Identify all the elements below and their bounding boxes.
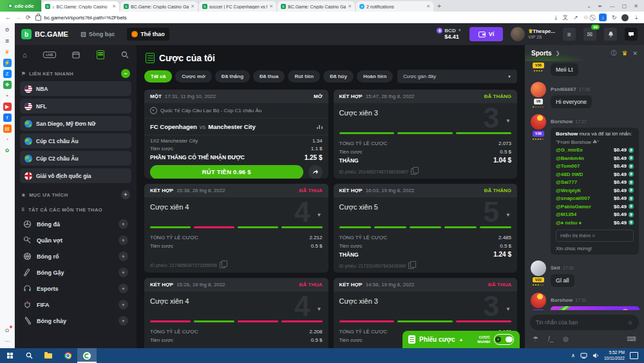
filter-pill[interactable]: Cược mở [175,70,212,83]
reader-icon[interactable]: ≣ [3,37,12,45]
recipient-name[interactable]: @Tom007 [556,163,580,169]
currency-selector[interactable]: ¢ BCD ▼ $4.41 [437,28,461,41]
recipient-name[interactable]: @48D 0WD [556,172,583,177]
sport-item-tennis[interactable]: Quần vợt+ [20,232,131,248]
quick-link-item[interactable]: San Diego, Mỹ Đơn Nữ [20,116,131,131]
action-center-icon[interactable] [630,352,638,359]
sort-dropdown[interactable]: Cược gần đây ▼ [397,70,517,83]
taskbar-clock[interactable]: 5:52 PM 10/11/2022 [604,350,625,361]
share-bet-button[interactable] [308,165,323,179]
coindrops-card[interactable]: GOOD LUCK CoinDrops Good Luck! Grab [551,306,639,310]
file-explorer-icon[interactable] [39,348,58,363]
chrome-icon[interactable] [58,348,77,363]
show-more-button[interactable]: Hiển thị thêm > [556,230,634,242]
save-page-icon[interactable]: ⤓ [554,14,557,21]
bookmark-star-icon[interactable]: ☆ [583,14,589,21]
user-profile[interactable]: ♛Thespe... VIP 28 [511,27,555,41]
filter-pill[interactable]: Đã thua [253,70,285,83]
filter-pill[interactable]: Đã thắng [215,70,250,83]
tab-close-icon[interactable]: ✕ [269,4,273,9]
maximize-button[interactable]: ▢ [622,3,627,9]
reload-icon[interactable]: ⟳ [26,14,31,21]
trophy-icon[interactable]: ♛ [621,50,627,57]
copy-icon[interactable] [411,168,417,175]
keyboard-gif-icon[interactable]: ⌨ [627,335,636,342]
cashout-button[interactable]: RÚT TIỀN 0.96 $ [150,165,303,179]
info-icon[interactable]: ⓘ [611,49,616,57]
close-button[interactable]: ✕ [634,3,638,9]
coccoc-brand[interactable]: cốc cốc [0,0,41,12]
share-icon[interactable]: ↗ [573,14,578,21]
settings-icon[interactable]: ⚙ [3,26,12,34]
recipient-name[interactable]: @Bankm4n [556,155,584,161]
wallet-button[interactable]: Ví [469,27,504,41]
tab-close-icon[interactable]: ✕ [112,4,116,9]
back-to-top-icon[interactable]: ↞ [598,3,603,9]
expand-sport-button[interactable]: + [118,219,128,229]
expand-caret-icon[interactable]: ▼ [506,118,511,124]
expand-sport-button[interactable]: + [118,235,128,245]
chat-input[interactable]: Tin nhắn của bạn ☺ [530,315,639,330]
tab-search-icon[interactable]: ⌄ [587,3,591,9]
avatar[interactable] [531,293,546,308]
filter-pill[interactable]: Tất cả [144,70,172,83]
avatar[interactable] [531,82,546,97]
browser-tab[interactable]: bBC.Game: Crypto Casino Gan✕ [278,1,355,12]
chat-room-name[interactable]: Sports [531,50,552,57]
profile-avatar-icon[interactable] [621,14,629,21]
recipient-name[interactable]: @G_mieEe [556,147,583,153]
expand-caret-icon[interactable]: ▼ [506,212,511,218]
url-field[interactable]: bc.game/vi/sports?bt-path=%2Fbets [35,14,551,21]
tab-close-icon[interactable]: ✕ [191,4,194,9]
browser-tab[interactable]: bsoccer | FC Copenhagen vs M✕ [199,1,276,12]
home-icon[interactable]: ⌂ [23,51,27,59]
recipient-name[interactable]: @♠ nebu ♠ [556,220,582,226]
rail-more-icon[interactable]: ⋯ [3,337,12,346]
nav-sports[interactable]: Thể thao [127,28,169,41]
browser-tab[interactable]: bBC.Game: Crypto Casino Gan✕ [120,1,198,12]
rail-bell-icon[interactable]: Ω [3,326,12,335]
sport-item-baseball[interactable]: Bóng chày+ [20,313,131,329]
quick-link-item[interactable]: NFL [20,99,131,113]
avatar[interactable] [531,260,546,276]
filter-pill[interactable]: Đã hủy [323,70,354,83]
calendar-icon[interactable] [72,51,80,59]
quick-link-item[interactable]: Giải vô địch quốc gia [20,168,131,183]
garden-icon[interactable]: ✿ [3,146,12,155]
filter-pill[interactable]: Hoàn tiền [357,70,393,83]
avatar[interactable] [531,114,546,130]
copy-icon[interactable] [408,262,414,269]
back-icon[interactable]: ← [5,14,11,21]
chat-username[interactable]: Borshow [551,297,573,303]
expand-sport-button[interactable]: + [118,284,128,293]
new-tab-button[interactable]: + [434,0,444,12]
add-icon[interactable]: + [3,92,12,100]
download-active-icon[interactable]: ↓ [599,14,607,21]
expand-caret-icon[interactable]: ▼ [317,306,322,312]
tab-close-icon[interactable]: ✕ [426,4,430,9]
recipient-name[interactable]: @Sai777 [556,179,577,185]
nav-casino[interactable]: ⚄ Sòng bạc [76,28,119,41]
chat-toggle-icon[interactable] [625,28,638,41]
bcgame-logo[interactable]: b BC.GAME [21,29,68,39]
quick-link-item[interactable]: Cúp C2 châu Âu [20,151,131,166]
quick-bet-toggle[interactable]: + [494,334,514,345]
expand-sport-button[interactable]: + [118,316,128,326]
betslip-button[interactable]: Phiếu cược ▲ CƯỢC NHANH + [402,331,520,348]
expand-caret-icon[interactable]: ▼ [506,306,511,312]
commands-icon[interactable]: /_ [548,335,553,342]
add-favorite-button[interactable]: + [121,190,130,199]
taskbar-search-icon[interactable] [19,348,39,363]
chat-username[interactable]: Skit [551,265,560,271]
mail-icon[interactable]: ✉99 [583,28,596,41]
quick-link-item[interactable]: NBA [20,81,131,96]
recipient-name[interactable]: @PabloGamer [556,204,591,210]
tip-coin-icon[interactable]: ◎ [563,335,569,342]
messenger-icon[interactable]: ⚡ [3,59,12,67]
rain-icon[interactable]: ☂ [533,335,538,342]
close-chat-icon[interactable]: ✕ [632,50,638,57]
copy-icon[interactable] [220,262,225,268]
expand-sport-button[interactable]: + [118,268,128,277]
recipient-name[interactable]: @M1354 [556,211,576,217]
shop-icon[interactable]: ▤ [3,124,12,133]
